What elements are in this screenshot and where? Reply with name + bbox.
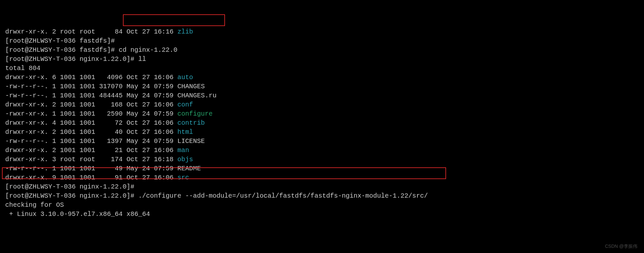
terminal-line: drwxr-xr-x. 2 1001 1001 168 Oct 27 16:06… [5, 100, 639, 109]
terminal-line: [root@ZHLWSY-T-036 fastdfs]# [5, 36, 639, 46]
terminal-text: zlib [177, 28, 193, 35]
terminal-line: drwxr-xr-x. 4 1001 1001 72 Oct 27 16:06 … [5, 119, 639, 128]
terminal-text: configure [177, 110, 213, 118]
terminal-text: [root@ZHLWSY-T-036 nginx-1.22.0]# ./conf… [5, 192, 428, 200]
terminal-line: drwxr-xr-x. 2 1001 1001 40 Oct 27 16:06 … [5, 128, 639, 137]
terminal-text: [root@ZHLWSY-T-036 fastdfs]# [5, 37, 119, 45]
terminal-text: checking for OS [5, 201, 64, 209]
terminal-line: drwxr-xr-x. 6 1001 1001 4096 Oct 27 16:0… [5, 73, 639, 82]
terminal-text: drwxr-xr-x. 6 1001 1001 4096 Oct 27 16:0… [5, 74, 177, 81]
terminal-line: -rw-r--r--. 1 1001 1001 317070 May 24 07… [5, 82, 639, 91]
terminal-line: -rw-r--r--. 1 1001 1001 49 May 24 07:59 … [5, 164, 639, 173]
highlight-box-cd [123, 14, 225, 26]
terminal-text: [root@ZHLWSY-T-036 nginx-1.22.0]# [5, 183, 138, 190]
terminal-line: [root@ZHLWSY-T-036 nginx-1.22.0]# [5, 182, 639, 191]
terminal-text: auto [177, 74, 193, 81]
terminal-text: drwxr-xr-x. 2 1001 1001 168 Oct 27 16:06 [5, 101, 177, 108]
terminal-text: drwxr-xr-x. 3 root root 174 Oct 27 16:18 [5, 156, 177, 163]
terminal-text: [root@ZHLWSY-T-036 fastdfs]# cd nginx-1.… [5, 46, 177, 54]
terminal-text: src [177, 174, 189, 181]
terminal-text: -rw-r--r--. 1 1001 1001 317070 May 24 07… [5, 83, 205, 90]
terminal-text: -rw-r--r--. 1 1001 1001 484445 May 24 07… [5, 92, 217, 99]
terminal-text: conf [177, 101, 193, 108]
terminal-text: drwxr-xr-x. 9 1001 1001 91 Oct 27 16:06 [5, 174, 177, 181]
terminal-line: drwxr-xr-x. 2 1001 1001 21 Oct 27 16:06 … [5, 146, 639, 155]
terminal-text: drwxr-xr-x. 2 root root 84 Oct 27 16:16 [5, 28, 177, 35]
terminal-line: total 804 [5, 64, 639, 73]
terminal-text: -rw-r--r--. 1 1001 1001 49 May 24 07:59 … [5, 165, 201, 172]
terminal-text: drwxr-xr-x. 4 1001 1001 72 Oct 27 16:06 [5, 119, 177, 127]
terminal-text: -rw-r--r--. 1 1001 1001 1397 May 24 07:5… [5, 137, 205, 145]
terminal-text: -rwxr-xr-x. 1 1001 1001 2590 May 24 07:5… [5, 110, 177, 118]
terminal-line: -rwxr-xr-x. 1 1001 1001 2590 May 24 07:5… [5, 109, 639, 119]
terminal-line: [root@ZHLWSY-T-036 nginx-1.22.0]# ./conf… [5, 191, 639, 201]
terminal-line: drwxr-xr-x. 9 1001 1001 91 Oct 27 16:06 … [5, 173, 639, 182]
terminal-line: [root@ZHLWSY-T-036 fastdfs]# cd nginx-1.… [5, 46, 639, 55]
terminal-text: objs [177, 156, 193, 163]
terminal-line: drwxr-xr-x. 3 root root 174 Oct 27 16:18… [5, 155, 639, 164]
terminal-text: drwxr-xr-x. 2 1001 1001 21 Oct 27 16:06 [5, 147, 177, 154]
terminal-line: + Linux 3.10.0-957.el7.x86_64 x86_64 [5, 210, 639, 219]
terminal-line: drwxr-xr-x. 2 root root 84 Oct 27 16:16 … [5, 27, 639, 36]
terminal-text: man [177, 147, 189, 154]
terminal-text: drwxr-xr-x. 2 1001 1001 40 Oct 27 16:06 [5, 128, 177, 136]
terminal-line: -rw-r--r--. 1 1001 1001 1397 May 24 07:5… [5, 137, 639, 146]
terminal-line: -rw-r--r--. 1 1001 1001 484445 May 24 07… [5, 91, 639, 100]
terminal-text: contrib [177, 119, 205, 127]
terminal-line: [root@ZHLWSY-T-036 nginx-1.22.0]# ll [5, 55, 639, 64]
terminal-text: + Linux 3.10.0-957.el7.x86_64 x86_64 [5, 210, 150, 218]
terminal-text: html [177, 128, 193, 136]
terminal-text: total 804 [5, 64, 40, 72]
terminal-output[interactable]: drwxr-xr-x. 2 root root 84 Oct 27 16:16 … [0, 0, 644, 220]
terminal-text: [root@ZHLWSY-T-036 nginx-1.22.0]# ll [5, 55, 146, 63]
terminal-line: checking for OS [5, 201, 639, 210]
